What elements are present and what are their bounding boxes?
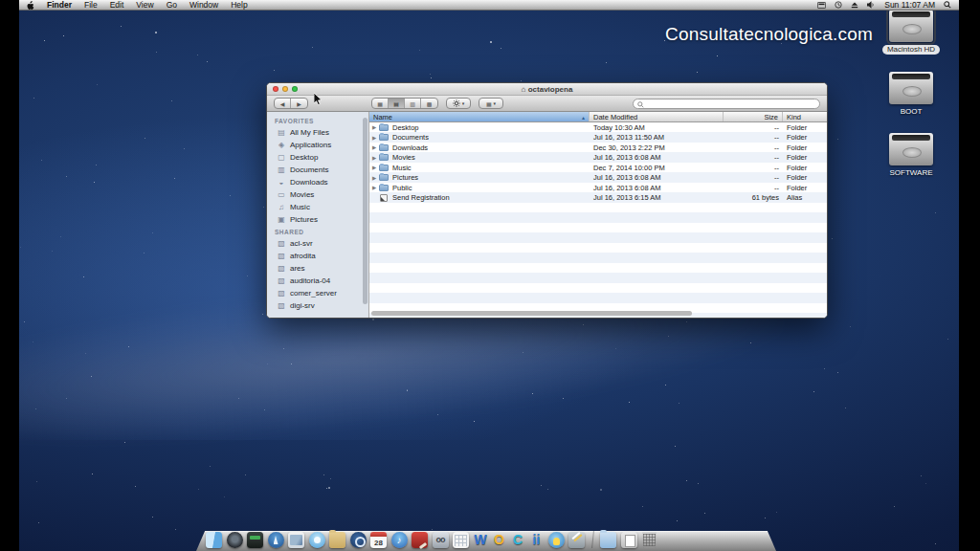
disclosure-triangle-icon[interactable]: ▶ [372,144,379,150]
column-header-size[interactable]: Size [724,112,783,121]
sidebar-scrollbar[interactable] [363,118,368,304]
sidebar-item-afrodita[interactable]: ▧afrodita [267,250,368,262]
dock-outlook-icon[interactable]: O [492,532,506,548]
disclosure-triangle-icon[interactable]: ▶ [372,165,379,170]
sidebar-item-documents[interactable]: ▥Documents [267,164,368,176]
menu-window[interactable]: Window [189,0,218,10]
folder-icon [379,185,389,191]
gear-icon[interactable]: ▾ [447,99,470,108]
dock-grid-app-icon[interactable] [453,532,469,548]
back-button[interactable]: ◀ [275,99,291,108]
sidebar-item-downloads[interactable]: ◒Downloads [267,176,368,188]
column-header-kind[interactable]: Kind [783,112,827,121]
menu-file[interactable]: File [84,0,98,10]
file-row-movies[interactable]: ▶Movies Jul 16, 2013 6:08 AM -- Folder [369,153,827,164]
arrange-menu: ▦ ▾ [479,98,503,109]
dock-finder-icon[interactable] [206,532,222,548]
forward-button[interactable]: ▶ [291,99,307,108]
input-menu-icon[interactable] [817,2,826,9]
column-view-button[interactable]: ▥ [405,99,421,108]
spotlight-icon[interactable] [944,1,951,9]
icon-view-button[interactable]: ▦ [372,99,389,108]
drive-label: SOFTWARE [889,168,932,177]
file-row-documents[interactable]: ▶Documents Jul 16, 2013 11:50 AM -- Fold… [369,133,827,143]
dock-goggles-app-icon[interactable]: oo [433,532,449,548]
file-row-desktop[interactable]: ▶Desktop Today 10:30 AM -- Folder [369,122,827,133]
dock-remote-desktop-icon[interactable] [548,532,565,548]
minimize-button[interactable] [282,86,288,92]
file-list-area: Name ▴ Date Modified Size Kind ▶Desktop … [369,112,827,318]
coverflow-view-button[interactable]: ▩ [421,99,437,108]
dock-itunes-icon[interactable]: ♪ [391,532,408,548]
dock-documents-stack-icon[interactable] [621,532,637,548]
drive-boot[interactable]: BOOT [889,72,933,116]
file-row-send-registration[interactable]: .Send Registration Jul 16, 2013 6:15 AM … [369,193,827,204]
dock-downloads-stack-icon[interactable] [600,532,616,548]
list-header: Name ▴ Date Modified Size Kind [369,112,827,122]
time-machine-icon[interactable] [835,1,842,9]
disclosure-triangle-icon[interactable]: ▶ [372,155,379,161]
close-button[interactable] [273,86,278,92]
drive-macintosh-hd[interactable]: Macintosh HD [882,10,940,55]
dock-messenger-icon[interactable]: ii [529,532,544,548]
dock-communicator-icon[interactable]: C [511,532,525,548]
sidebar-item-ares[interactable]: ▧ares [267,262,368,275]
apple-menu-icon[interactable] [27,1,34,10]
menu-view[interactable]: View [136,0,153,10]
drive-software[interactable]: SOFTWARE [889,133,933,177]
file-row-music[interactable]: ▶Music Dec 7, 2014 10:00 PM -- Folder [369,163,827,173]
dock-trash-icon[interactable] [641,532,657,548]
dock-satellite-app-icon[interactable] [568,532,585,548]
sidebar-item-auditoria-04[interactable]: ▧auditoria-04 [267,275,368,287]
dock-word-icon[interactable]: W [474,532,488,548]
sidebar-item-desktop[interactable]: ▢Desktop [267,151,368,164]
dock-launchpad-icon[interactable] [227,532,243,548]
file-row-public[interactable]: ▶Public Jul 16, 2013 6:08 AM -- Folder [369,183,827,193]
dock-app-store-icon[interactable] [268,532,284,548]
sidebar-item-applications[interactable]: ◈Applications [267,139,368,151]
file-row-pictures[interactable]: ▶Pictures Jul 16, 2013 6:08 AM -- Folder [369,173,827,184]
volume-icon[interactable] [867,1,876,9]
dock-red-editor-icon[interactable] [412,532,428,548]
menu-go[interactable]: Go [167,0,177,10]
disclosure-triangle-icon[interactable]: ▶ [372,185,379,190]
file-row-downloads[interactable]: ▶Downloads Dec 30, 2013 2:22 PM -- Folde… [369,143,827,153]
search-field[interactable] [633,99,820,109]
disclosure-triangle-icon[interactable]: ▶ [372,124,379,130]
menu-help[interactable]: Help [231,0,247,10]
shared-computer-icon: ▧ [277,264,286,273]
drive-label: Macintosh HD [882,45,940,55]
menu-edit[interactable]: Edit [110,0,124,10]
zoom-button[interactable] [292,86,298,92]
home-icon: ⌂ [522,85,526,94]
column-header-date-modified[interactable]: Date Modified [590,112,724,121]
sidebar-item-movies[interactable]: ▭Movies [267,188,368,201]
dock-quicktime-icon[interactable] [350,532,367,548]
sidebar-item-comer-server[interactable]: ▧comer_server [267,287,368,299]
dock-preview-icon[interactable] [288,532,304,548]
dock-safari-icon[interactable] [309,532,325,548]
sidebar-item-pictures[interactable]: ▣Pictures [267,213,368,226]
finder-window: ⌂ octaviopena ◀ ▶ ▦ ▤ ▥ ▩ ▾ [266,82,828,319]
column-header-name[interactable]: Name ▴ [369,112,590,121]
music-icon: ♫ [277,203,286,211]
disclosure-triangle-icon[interactable]: ▶ [372,175,379,181]
search-input[interactable] [644,99,815,108]
sidebar-item-all-my-files[interactable]: ▤All My Files [267,126,368,139]
menu-finder[interactable]: Finder [47,0,72,10]
list-view-button[interactable]: ▤ [389,99,405,108]
dock-calendar-icon[interactable]: 28 [370,532,387,548]
eject-icon[interactable] [851,1,858,9]
menu-bar: Finder File Edit View Go Window Help Sun… [19,0,959,11]
sidebar-item-acl-svr[interactable]: ▧acl-svr [267,237,368,250]
dock-mission-control-icon[interactable] [247,532,263,548]
disclosure-triangle-icon[interactable]: ▶ [372,135,379,141]
dock-folder-icon[interactable] [329,532,345,548]
sidebar-item-music[interactable]: ♫Music [267,201,368,213]
horizontal-scrollbar[interactable] [371,311,692,316]
sidebar-item-digi-srv[interactable]: ▧digi-srv [267,299,368,312]
shared-computer-icon: ▧ [277,289,286,298]
menu-clock[interactable]: Sun 11:07 AM [884,0,935,10]
window-title-bar[interactable]: ⌂ octaviopena [267,83,827,96]
arrange-icon[interactable]: ▦ ▾ [479,99,502,108]
